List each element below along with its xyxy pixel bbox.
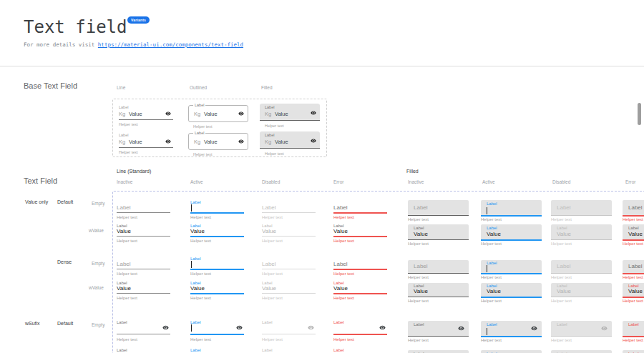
field-line-inactive-value[interactable]: LabelValueHelper text — [117, 348, 170, 353]
scrollbar-thumb[interactable] — [638, 103, 641, 125]
field-helper: Helper text — [623, 338, 643, 342]
filled-box: Label — [481, 260, 542, 274]
field-helper: Helper text — [262, 337, 283, 342]
field-filled-disabled-empty[interactable]: LabelHelper text — [551, 200, 612, 222]
field-line-disabled-value[interactable]: LabelValueHelper text — [262, 348, 316, 353]
base-field-filled[interactable]: LabelKgValueHelper text — [260, 131, 320, 156]
field-line-disabled-value[interactable]: LabelValueHelper text — [262, 281, 316, 302]
state-header-disabled-filled: Disabled — [552, 179, 570, 184]
field-helper: Helper text — [408, 217, 429, 222]
field-filled-disabled-value[interactable]: LabelValueHelper text — [551, 224, 612, 247]
field-filled-error-value[interactable]: LabelValueHelper text — [623, 283, 644, 304]
field-line-inactive-empty[interactable]: LabelHelper text — [117, 200, 170, 222]
field-filled-active-value[interactable]: LabelValueHelper text — [481, 283, 542, 304]
visibility-icon[interactable] — [379, 324, 386, 331]
field-line-active-value[interactable]: LabelValueHelper text — [190, 224, 244, 245]
field-line-disabled-empty[interactable]: LabelHelper text — [262, 320, 316, 342]
field-value: Value — [557, 288, 571, 294]
field-label: Label — [119, 133, 128, 137]
field-filled-disabled-value[interactable]: LabelValueHelper text — [551, 283, 612, 304]
field-label: Label — [628, 204, 643, 211]
row-state-empty: Empty — [92, 201, 104, 206]
field-line-inactive-empty[interactable]: LabelHelper text — [117, 257, 170, 278]
field-value: Value — [414, 288, 428, 294]
docs-link[interactable]: https://material-ui.com/components/text-… — [98, 41, 243, 48]
field-line-disabled-empty[interactable]: LabelHelper text — [262, 257, 316, 278]
field-underline — [117, 334, 170, 334]
field-helper: Helper text — [190, 296, 211, 300]
field-label: Label — [414, 263, 428, 269]
field-line-inactive-value[interactable]: LabelValueHelper text — [117, 224, 170, 245]
base-field-line[interactable]: LabelKgValueHelper text — [119, 133, 173, 154]
filled-box: Label — [481, 321, 542, 337]
field-filled-disabled-value[interactable]: LabelValueHelper text — [551, 350, 612, 353]
field-filled-inactive-value[interactable]: LabelValueHelper text — [408, 224, 469, 247]
field-filled-active-empty[interactable]: LabelHelper text — [481, 200, 542, 222]
visibility-icon[interactable] — [308, 324, 314, 331]
field-line-error-value[interactable]: LabelValueHelper text — [333, 348, 387, 353]
field-line-error-value[interactable]: LabelValueHelper text — [333, 224, 387, 245]
field-filled-inactive-empty[interactable]: LabelHelper text — [408, 321, 469, 343]
field-value: Value — [487, 288, 501, 294]
field-helper: Helper text — [262, 272, 283, 276]
field-filled-error-empty[interactable]: LabelHelper text — [623, 200, 644, 222]
filled-box: LabelValue — [551, 283, 612, 297]
row-group-value-only: Value only — [25, 199, 48, 204]
field-label: Label — [487, 322, 497, 327]
field-filled-inactive-value[interactable]: LabelValueHelper text — [408, 350, 469, 353]
state-header-inactive-filled: Inactive — [408, 179, 424, 184]
field-helper: Helper text — [190, 239, 211, 243]
field-line-inactive-empty[interactable]: LabelHelper text — [117, 320, 170, 342]
visibility-icon[interactable] — [236, 324, 243, 331]
visibility-icon[interactable] — [165, 139, 171, 144]
column-header-outlined: Outlined — [190, 85, 207, 90]
field-filled-inactive-empty[interactable]: LabelHelper text — [408, 260, 469, 280]
field-filled-active-empty[interactable]: LabelHelper text — [481, 321, 542, 343]
field-line-error-value[interactable]: LabelValueHelper text — [333, 281, 387, 302]
base-field-outlined[interactable]: KgValueLabelHelper text — [188, 131, 248, 155]
field-filled-disabled-empty[interactable]: LabelHelper text — [551, 321, 612, 343]
field-line-inactive-value[interactable]: LabelValueHelper text — [117, 281, 170, 302]
field-line-disabled-empty[interactable]: LabelHelper text — [262, 200, 316, 222]
field-filled-error-value[interactable]: LabelValueHelper text — [623, 350, 644, 353]
field-value: Value — [262, 285, 276, 292]
visibility-icon[interactable] — [162, 324, 169, 331]
filled-box: Label — [551, 321, 612, 337]
field-line-error-empty[interactable]: LabelHelper text — [333, 200, 387, 222]
field-line-error-empty[interactable]: LabelHelper text — [333, 257, 387, 278]
field-filled-active-value[interactable]: LabelValueHelper text — [481, 224, 542, 247]
field-value: Value — [204, 111, 218, 117]
field-line-disabled-value[interactable]: LabelValueHelper text — [262, 224, 316, 245]
matrix-section-title: Text Field — [24, 176, 57, 185]
visibility-icon[interactable] — [601, 325, 608, 332]
visibility-icon[interactable] — [311, 110, 316, 116]
field-helper: Helper text — [117, 272, 137, 276]
base-field-filled[interactable]: LabelKgValueHelper text — [260, 104, 320, 128]
visibility-icon[interactable] — [458, 325, 464, 332]
base-field-outlined[interactable]: KgValueLabelHelper text — [188, 103, 248, 127]
field-filled-error-empty[interactable]: LabelHelper text — [623, 321, 644, 343]
visibility-icon[interactable] — [238, 111, 244, 116]
visibility-icon[interactable] — [311, 138, 316, 144]
field-line-active-value[interactable]: LabelValueHelper text — [190, 348, 244, 353]
visibility-icon[interactable] — [531, 325, 537, 332]
field-line-active-empty[interactable]: LabelHelper text — [190, 320, 244, 342]
field-line-error-empty[interactable]: LabelHelper text — [333, 320, 387, 342]
field-helper: Helper text — [408, 299, 429, 303]
field-filled-inactive-empty[interactable]: LabelHelper text — [408, 200, 469, 222]
field-filled-inactive-value[interactable]: LabelValueHelper text — [408, 283, 469, 304]
field-filled-active-value[interactable]: LabelValueHelper text — [481, 350, 542, 353]
field-line-active-value[interactable]: LabelValueHelper text — [190, 281, 244, 302]
filled-box: LabelValue — [481, 224, 542, 241]
field-filled-error-empty[interactable]: LabelHelper text — [623, 260, 644, 280]
field-filled-active-empty[interactable]: LabelHelper text — [481, 260, 542, 280]
base-field-line[interactable]: LabelKgValueHelper text — [119, 105, 173, 126]
field-line-active-empty[interactable]: LabelHelper text — [190, 200, 244, 222]
field-line-active-empty[interactable]: LabelHelper text — [190, 257, 244, 278]
visibility-icon[interactable] — [165, 111, 171, 116]
field-prefix: Kg — [194, 139, 200, 145]
field-filled-disabled-empty[interactable]: LabelHelper text — [551, 260, 612, 280]
field-filled-error-value[interactable]: LabelValueHelper text — [623, 224, 644, 247]
visibility-icon[interactable] — [238, 139, 244, 144]
field-label: Label — [333, 204, 348, 211]
